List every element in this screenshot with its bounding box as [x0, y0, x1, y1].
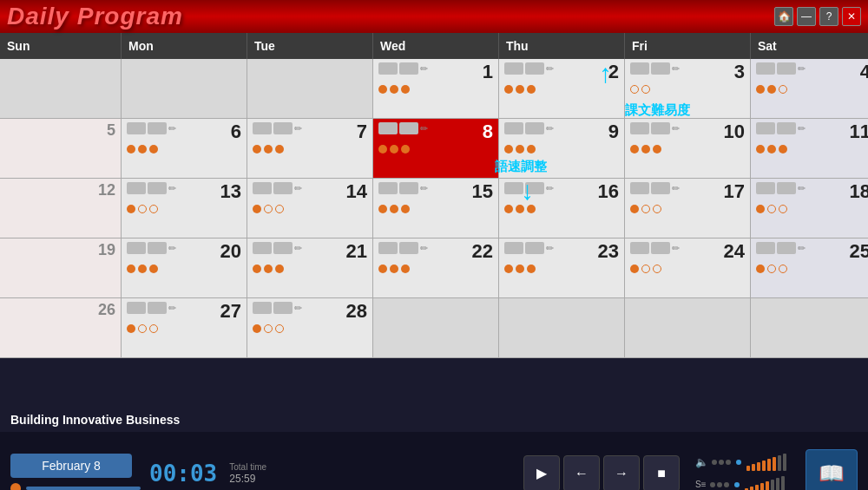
dot-1-3-2 [401, 145, 410, 154]
cell-dots-1-3 [375, 143, 496, 157]
cell-number-2-4: 16 [598, 182, 619, 201]
sp-bar-7 [776, 478, 779, 491]
cell-dots-2-5 [627, 203, 748, 217]
cell-number-2-5: 17 [724, 182, 745, 201]
cal-cell-3-1[interactable]: ✏20 [122, 238, 247, 297]
pen-icon-4-1: ✏ [168, 303, 176, 314]
pen-icon-1-4: ✏ [546, 123, 554, 134]
app-title: Daily Program [7, 3, 183, 30]
cal-cell-3-0[interactable]: 19 [0, 238, 122, 297]
pen-icon-2-5: ✏ [672, 183, 680, 194]
header-mon: Mon [122, 33, 247, 59]
cal-cell-2-0[interactable]: 12 [0, 179, 122, 238]
dot-0-5-0 [630, 85, 639, 94]
cal-row-4: 26✏27✏28 [0, 298, 868, 358]
cal-cell-2-1[interactable]: ✏13 [122, 179, 247, 238]
dot-3-6-0 [756, 265, 765, 273]
total-time: 25:59 [229, 473, 266, 485]
dot-2-6-0 [756, 205, 765, 213]
mini-progress[interactable] [26, 487, 141, 490]
cell-icon-2-4-1 [525, 182, 544, 194]
cal-cell-1-2[interactable]: ✏7 [247, 119, 373, 178]
cal-cell-2-3[interactable]: ✏15 [373, 179, 499, 238]
dot-1-6-2 [779, 145, 787, 154]
cal-cell-0-3[interactable]: ✏1 [373, 59, 499, 118]
total-time-label: Total time [229, 462, 266, 473]
dot-2-1-1 [138, 205, 147, 213]
control-buttons: ▶ ← → ■ [523, 455, 680, 491]
vol-dot-3 [726, 460, 731, 465]
dot-1-4-0 [504, 145, 513, 154]
back-button[interactable]: ← [563, 455, 600, 491]
cell-dots-3-3 [375, 263, 496, 277]
cal-cell-1-4[interactable]: ✏9 [499, 119, 625, 178]
cell-dots-3-2 [249, 263, 371, 277]
minimize-button[interactable]: — [797, 7, 816, 26]
cal-cell-3-6[interactable]: ✏25 [751, 238, 868, 297]
cell-icon-3-5-0 [630, 242, 649, 254]
app-container: Daily Program 🏠 — ? ✕ Sun Mon Tue Wed Th… [0, 0, 868, 490]
dot-4-2-2 [275, 324, 284, 333]
dot-2-1-0 [127, 205, 135, 213]
speed-row: S≡ [695, 476, 786, 491]
volume-icon: 🔈 [695, 456, 708, 468]
pen-icon-0-3: ✏ [420, 63, 428, 75]
cal-cell-4-1[interactable]: ✏27 [122, 298, 247, 357]
cell-number-2-0: 12 [98, 182, 115, 198]
cal-cell-3-4[interactable]: ✏23 [499, 238, 625, 297]
cal-cell-3-5[interactable]: ✏24 [625, 238, 751, 297]
cal-cell-0-5[interactable]: ✏3 [625, 59, 751, 118]
cal-cell-2-2[interactable]: ✏14 [247, 179, 373, 238]
home-button[interactable]: 🏠 [774, 7, 793, 26]
cell-icon-2-1-1 [148, 182, 167, 194]
sp-dot-3 [724, 482, 729, 487]
cal-cell-2-5[interactable]: ✏17 [625, 179, 751, 238]
cal-cell-1-3[interactable]: ✏8 [373, 119, 499, 178]
cell-icon-4-2-0 [253, 302, 272, 314]
cal-cell-4-2[interactable]: ✏28 [247, 298, 373, 357]
book-button[interactable]: 📖 [806, 449, 858, 490]
stop-button[interactable]: ■ [643, 455, 680, 491]
cell-dots-2-4 [501, 203, 622, 217]
cell-icon-0-3-0 [378, 62, 398, 75]
play-button[interactable]: ▶ [523, 455, 560, 491]
cell-dots-0-6 [753, 83, 868, 97]
cal-cell-1-5[interactable]: ✏10 [625, 119, 751, 178]
cell-number-4-1: 27 [220, 302, 241, 321]
cell-icon-1-4-0 [504, 122, 523, 134]
cell-number-0-6: 4 [860, 62, 868, 82]
cell-dots-2-3 [375, 203, 496, 217]
cell-icon-3-4-1 [525, 242, 544, 254]
pen-icon-2-4: ✏ [546, 183, 554, 194]
cal-cell-4-0[interactable]: 26 [0, 298, 122, 357]
help-button[interactable]: ? [819, 7, 838, 26]
cell-dots-3-4 [501, 263, 622, 277]
cal-cell-0-6[interactable]: ✏4 [751, 59, 868, 118]
cell-icon-3-6-1 [777, 242, 796, 254]
cell-number-1-6: 11 [850, 122, 868, 141]
cal-cell-3-3[interactable]: ✏22 [373, 238, 499, 297]
dot-1-5-2 [653, 145, 661, 154]
cell-number-2-6: 18 [850, 182, 868, 201]
dot-0-3-0 [378, 85, 387, 94]
cal-cell-2-6[interactable]: ✏18 [751, 179, 868, 238]
date-selector[interactable]: February 8 [10, 454, 132, 478]
cell-icon-1-3-1 [399, 122, 418, 134]
forward-button[interactable]: → [603, 455, 640, 491]
cal-cell-0-4[interactable]: ✏2 [499, 59, 625, 118]
cell-number-3-2: 21 [346, 242, 367, 261]
cal-cell-3-2[interactable]: ✏21 [247, 238, 373, 297]
cell-icon-1-5-1 [651, 122, 670, 134]
pen-icon-3-5: ✏ [672, 243, 680, 254]
close-button[interactable]: ✕ [842, 7, 861, 26]
dot-2-4-1 [516, 205, 524, 213]
calendar-section: Sun Mon Tue Wed Thu Fri Sat ✏1✏2✏3✏45✏6✏… [0, 33, 868, 408]
cal-cell-2-4[interactable]: ✏16 [499, 179, 625, 238]
cell-number-0-5: 3 [734, 62, 745, 82]
vol-dot-1 [712, 460, 717, 465]
cal-cell-1-6[interactable]: ✏11 [751, 119, 868, 178]
dot-3-4-1 [516, 265, 524, 273]
cal-cell-1-1[interactable]: ✏6 [122, 119, 247, 178]
dot-3-3-0 [378, 265, 387, 273]
cal-cell-1-0[interactable]: 5 [0, 119, 122, 178]
